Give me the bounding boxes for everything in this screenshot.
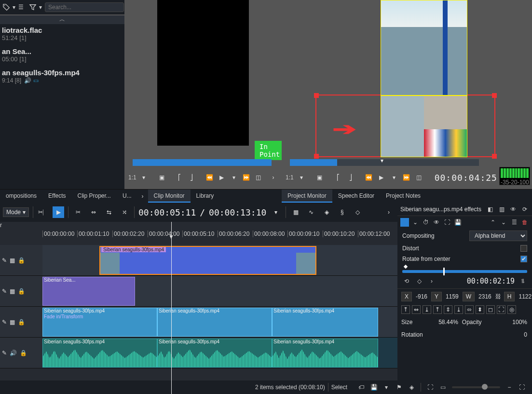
fit-zoom-icon[interactable]: ⛶ [425,382,436,393]
play-icon[interactable]: ▶ [377,173,386,182]
zoom-label[interactable]: 1:1 [128,174,136,181]
tab-effects[interactable]: Effects [42,190,71,203]
flag-icon[interactable]: ⚑ [394,382,404,393]
timer-icon[interactable]: ⏱ [422,218,430,227]
align-left-icon[interactable]: ⤒ [401,305,410,314]
link-aspect-icon[interactable]: ⛓ [495,292,501,301]
timeline-clip[interactable]: Siberian seagulls-30fps.mp4 [272,308,378,337]
fit-icon[interactable]: ⛶ [497,305,505,314]
crop-icon[interactable]: ◫ [414,173,424,182]
fullscreen-icon[interactable]: ⛶ [517,382,527,393]
track-header[interactable]: ✎ ▦ 🔒 [0,307,42,338]
bin-item[interactable]: an Sea... 05:00 [1] [0,45,124,67]
tab-speech-editor[interactable]: Speech Editor [332,190,380,203]
snap-icon[interactable]: § [336,206,348,218]
original-size-icon[interactable]: ◻ [486,305,495,314]
tab-clip-properties[interactable]: Clip Proper... [72,190,117,203]
align-vcenter-icon[interactable]: ⇕ [444,305,452,314]
trim-tool-icon[interactable]: ✂⎸ [37,206,49,218]
timecode-stepper-icon[interactable]: ⥮ [518,277,527,285]
thumbnails-icon[interactable]: ▦ [290,206,301,218]
ripple-tool-icon[interactable]: ⤮ [119,206,130,218]
chevron-down-icon[interactable]: ▾ [229,173,238,182]
effects-icon[interactable]: ✎ [2,257,7,264]
effects-icon[interactable]: ✎ [2,288,7,295]
split-view-icon[interactable]: ◧ [486,205,494,214]
timeline-clip[interactable]: Siberian Sea... [42,277,135,306]
chevron-right-icon[interactable]: › [269,173,278,182]
forward-icon[interactable]: ⏩ [241,173,250,182]
tab-undo[interactable]: U... [117,190,137,203]
chevron-down-icon[interactable]: ▾ [381,382,392,393]
lock-icon[interactable]: 🔒 [18,288,25,295]
lock-icon[interactable]: 🔒 [18,257,25,264]
bracket-in-icon[interactable]: ⎡ [175,173,184,182]
waveforms-icon[interactable]: ∿ [305,206,317,218]
w-value[interactable]: 2316 [477,292,492,301]
search-input[interactable] [45,2,124,12]
timeline-clip[interactable]: Siberian seagulls-30fps.mp4 [157,339,272,367]
rewind-icon[interactable]: ⏪ [205,173,214,182]
track-body[interactable]: Siberian Sea... [42,276,397,307]
align-right-icon[interactable]: ⤓ [423,305,431,314]
compare-icon[interactable]: ▥ [497,205,506,214]
filter-icon[interactable] [29,3,36,12]
track-header[interactable]: ✎ 🔊 🔒 [0,338,42,368]
effect-header[interactable]: ⌄ ⏱ 👁 ⛶ 💾 ⌃ ⌄ ☰ 🗑 [397,216,532,229]
razor-tool-icon[interactable]: ✂ [72,206,84,218]
tab-library[interactable]: Library [191,190,220,203]
chevron-down-icon[interactable]: ⌄ [411,218,420,227]
collapse-bin-button[interactable]: ︿ [0,15,124,24]
marker-icon[interactable]: ◈ [406,382,417,393]
align-bottom-icon[interactable]: ⤓ [454,305,463,314]
track-body[interactable]: Siberian seagulls-30fps.mp4 Fade in/Tran… [42,307,397,338]
set-in-icon[interactable]: ▣ [157,173,166,182]
x-value[interactable]: -916 [415,292,428,301]
timeline-clip[interactable]: Siberian seagulls-30fps.mp4 Fade in/Tran… [42,308,157,337]
track-header[interactable]: ✎ ▦ 🔒 [0,276,42,307]
tab-clip-monitor[interactable]: Clip Monitor [148,190,191,203]
move-up-icon[interactable]: ⌃ [489,218,497,227]
prev-keyframe-icon[interactable]: ⟲ [402,277,411,285]
effect-enabled-icon[interactable] [400,218,409,227]
add-keyframe-icon[interactable]: ◇ [415,277,423,285]
center-icon[interactable]: ◎ [507,305,516,314]
tags-icon[interactable]: ◇ [352,206,363,218]
bin-item[interactable]: an seagulls-30fps.mp4 9:14 [8]🔊▭ [0,67,124,88]
rewind-icon[interactable]: ⏪ [364,173,374,182]
fit-height-icon[interactable]: ⬍ [476,305,484,314]
clip-monitor-ruler[interactable] [133,159,272,166]
tab-project-monitor[interactable]: Project Monitor [282,190,332,203]
chevron-down-icon[interactable]: ▾ [297,173,306,182]
set-in-icon[interactable]: ▣ [315,173,325,182]
save-icon[interactable]: 💾 [453,218,462,227]
move-down-icon[interactable]: ⌄ [499,218,508,227]
next-keyframe-icon[interactable]: › [427,277,436,285]
project-monitor-ruler[interactable]: ▾ [290,159,479,166]
y-value[interactable]: 1159 [445,292,460,301]
hamburger-icon[interactable]: ☰ [18,3,24,12]
settings-icon[interactable]: ⛶ [443,218,451,227]
markers-icon[interactable]: ◈ [321,206,332,218]
save-icon[interactable]: 💾 [368,382,379,393]
zoom-slider[interactable] [452,386,500,388]
selection-tool-icon[interactable]: ▶ [53,206,64,218]
spacer-tool-icon[interactable]: ⇔ [88,206,99,218]
chevron-right-icon[interactable]: › [383,206,395,218]
visibility-icon[interactable]: 👁 [432,218,441,227]
keyframe-slider[interactable] [402,270,527,273]
forward-icon[interactable]: ⏩ [402,173,411,182]
h-value[interactable]: 1122 [518,292,532,301]
visibility-icon[interactable]: 👁 [509,205,518,214]
chevron-right-icon[interactable]: › [137,190,148,203]
effects-icon[interactable]: ✎ [2,319,7,326]
bracket-in-icon[interactable]: ⎡ [333,173,343,182]
timeline-clip[interactable]: Siberian seagulls-30fps.mp4 [272,339,378,367]
slip-tool-icon[interactable]: ⇆ [103,206,115,218]
distort-checkbox[interactable] [520,245,527,252]
track-header[interactable]: ✎ ▦ 🔒 [0,245,42,276]
timeline-clip[interactable]: Siberian seagulls-30fps.mp4 [157,308,272,337]
opacity-value[interactable]: 100% [485,318,528,326]
tag-icon[interactable]: 🏷 [356,382,367,393]
align-hcenter-icon[interactable]: ⇔ [412,305,421,314]
